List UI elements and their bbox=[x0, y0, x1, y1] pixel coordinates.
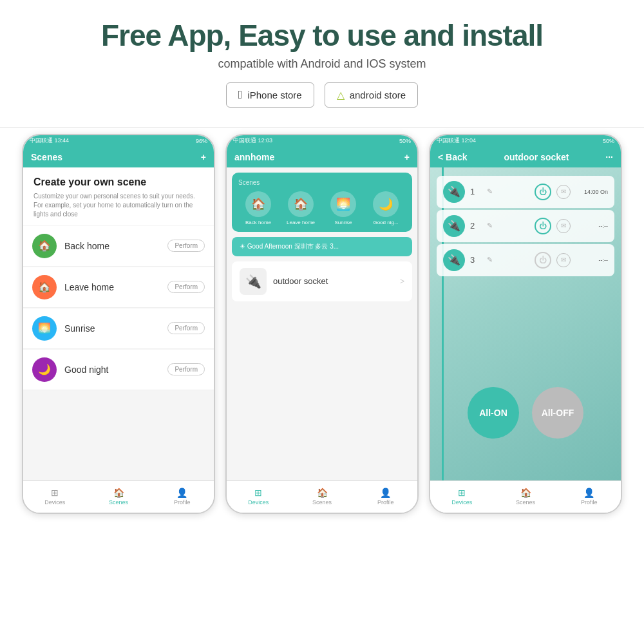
tab-devices-3[interactable]: ⊞ Devices bbox=[430, 481, 494, 513]
home-scenes-label: Scenes bbox=[238, 179, 406, 186]
phone3-nav-title: outdoor socket bbox=[504, 152, 569, 162]
socket-edit-1[interactable]: ✎ bbox=[487, 187, 529, 196]
socket-power-btn-3[interactable]: ⏻ bbox=[535, 252, 551, 269]
socket-plug-icon-2: 🔌 bbox=[443, 215, 465, 237]
iphone-store-button[interactable]:  iPhone store bbox=[226, 82, 314, 108]
home-scene-sunrise[interactable]: 🌅 Sunrise bbox=[323, 191, 363, 225]
all-on-button[interactable]: All-ON bbox=[468, 387, 519, 439]
home-scene-back-home-icon: 🏠 bbox=[245, 191, 271, 217]
devices-icon-3: ⊞ bbox=[458, 488, 466, 498]
phone1-nav-bar: Scenes + bbox=[23, 147, 214, 167]
tab-profile-label-2: Profile bbox=[377, 499, 394, 506]
phone1-body: Create your own scene Customize your own… bbox=[23, 167, 214, 480]
socket-row-1: 🔌 1 ✎ ⏻ ✉ 14:00 On bbox=[437, 176, 614, 208]
phone2-status-right: 50% bbox=[399, 138, 411, 144]
home-scene-back-home[interactable]: 🏠 Back home bbox=[238, 191, 278, 225]
phone1-status-left: 中国联通 13:44 bbox=[30, 137, 69, 145]
socket-timer-3[interactable]: ✉ bbox=[556, 253, 571, 267]
socket-row-2: 🔌 2 ✎ ⏻ ✉ --:-- bbox=[437, 210, 614, 242]
phone-socket: 中国联通 12:04 50% < Back outdoor socket ···… bbox=[429, 134, 622, 514]
back-home-label: Back home bbox=[64, 241, 160, 251]
back-home-perform[interactable]: Perform bbox=[167, 240, 205, 252]
outdoor-socket-device[interactable]: 🔌 outdoor socket > bbox=[232, 261, 412, 301]
home-scene-leave-home-icon: 🏠 bbox=[288, 191, 314, 217]
home-scene-leave-home-label: Leave home bbox=[287, 220, 315, 225]
tab-devices-2[interactable]: ⊞ Devices bbox=[227, 481, 290, 513]
sunrise-perform[interactable]: Perform bbox=[167, 322, 205, 334]
phone2-status-bar: 中国联通 12:03 50% bbox=[227, 135, 417, 147]
tab-devices-1[interactable]: ⊞ Devices bbox=[23, 481, 87, 513]
tab-profile-1[interactable]: 👤 Profile bbox=[150, 481, 214, 513]
socket-edit-2[interactable]: ✎ bbox=[487, 222, 529, 230]
tab-devices-label-2: Devices bbox=[248, 499, 269, 506]
phone3-nav-more[interactable]: ··· bbox=[605, 152, 613, 162]
socket-background: 🔌 1 ✎ ⏻ ✉ 14:00 On 🔌 2 ✎ ⏻ ✉ --:- bbox=[430, 167, 621, 480]
scene-item-good-night[interactable]: 🌙 Good night Perform bbox=[23, 350, 214, 390]
tab-profile-3[interactable]: 👤 Profile bbox=[557, 481, 621, 513]
phone-home: 中国联通 12:03 50% annhome + Scenes 🏠 Back h… bbox=[225, 134, 419, 514]
good-night-icon: 🌙 bbox=[32, 357, 57, 382]
tab-profile-label-3: Profile bbox=[581, 499, 598, 506]
iphone-store-label: iPhone store bbox=[247, 90, 301, 100]
home-scene-leave-home[interactable]: 🏠 Leave home bbox=[281, 191, 321, 225]
phone2-nav-plus[interactable]: + bbox=[404, 152, 410, 162]
phone1-status-bar: 中国联通 13:44 96% bbox=[23, 135, 214, 147]
tab-scenes-label-3: Scenes bbox=[516, 499, 535, 506]
tab-scenes-1[interactable]: 🏠 Scenes bbox=[87, 481, 151, 513]
scene-create-title: Create your own scene bbox=[33, 176, 204, 188]
android-icon: △ bbox=[337, 89, 345, 101]
scenes-icon-2: 🏠 bbox=[317, 488, 328, 498]
socket-plug-icon-3: 🔌 bbox=[443, 249, 465, 271]
android-store-button[interactable]: △ android store bbox=[325, 82, 419, 108]
subtitle: compatible with Android and IOS system bbox=[13, 57, 631, 71]
tab-scenes-2[interactable]: 🏠 Scenes bbox=[290, 481, 354, 513]
home-scene-good-night-label: Good nig... bbox=[373, 220, 398, 225]
scene-item-sunrise[interactable]: 🌅 Sunrise Perform bbox=[23, 308, 214, 349]
socket-timer-1[interactable]: ✉ bbox=[556, 185, 571, 199]
phone3-nav-back[interactable]: < Back bbox=[438, 152, 468, 162]
leave-home-perform[interactable]: Perform bbox=[167, 281, 205, 293]
profile-icon-1: 👤 bbox=[176, 488, 187, 498]
home-scene-back-home-label: Back home bbox=[245, 220, 271, 225]
home-scenes-card: Scenes 🏠 Back home 🏠 Leave home 🌅 Sunris… bbox=[232, 173, 412, 232]
good-night-label: Good night bbox=[64, 365, 160, 375]
phone2-nav-bar: annhome + bbox=[227, 147, 417, 167]
sunrise-label: Sunrise bbox=[64, 323, 160, 334]
phone1-tab-bar: ⊞ Devices 🏠 Scenes 👤 Profile bbox=[23, 480, 214, 513]
socket-power-btn-2[interactable]: ⏻ bbox=[535, 218, 551, 234]
socket-time-3: --:-- bbox=[576, 257, 608, 263]
scene-item-back-home[interactable]: 🏠 Back home Perform bbox=[23, 226, 214, 267]
home-scene-sunrise-icon: 🌅 bbox=[330, 191, 356, 217]
apple-icon:  bbox=[238, 88, 243, 102]
tab-profile-label-1: Profile bbox=[174, 499, 191, 506]
tab-profile-2[interactable]: 👤 Profile bbox=[354, 481, 417, 513]
home-scene-good-night-icon: 🌙 bbox=[373, 191, 399, 217]
scene-item-leave-home[interactable]: 🏠 Leave home Perform bbox=[23, 267, 214, 308]
header-section: Free App, Easy to use and install compat… bbox=[0, 0, 644, 120]
sunrise-icon: 🌅 bbox=[32, 316, 57, 341]
socket-num-3: 3 bbox=[470, 255, 479, 265]
tab-scenes-3[interactable]: 🏠 Scenes bbox=[494, 481, 558, 513]
socket-timer-2[interactable]: ✉ bbox=[556, 219, 571, 233]
phone1-nav-plus[interactable]: + bbox=[201, 152, 206, 162]
scenes-icon-1: 🏠 bbox=[113, 488, 124, 498]
all-off-button[interactable]: All-OFF bbox=[532, 387, 583, 439]
leave-home-label: Leave home bbox=[64, 282, 160, 292]
home-scene-good-night[interactable]: 🌙 Good nig... bbox=[366, 191, 406, 225]
devices-icon-1: ⊞ bbox=[51, 488, 59, 498]
socket-row-3: 🔌 3 ✎ ⏻ ✉ --:-- bbox=[437, 244, 614, 276]
device-arrow: > bbox=[400, 277, 404, 286]
socket-num-1: 1 bbox=[470, 187, 479, 196]
phone1-status-right: 96% bbox=[196, 138, 207, 144]
socket-list: 🔌 1 ✎ ⏻ ✉ 14:00 On 🔌 2 ✎ ⏻ ✉ --:- bbox=[430, 167, 621, 285]
good-night-perform[interactable]: Perform bbox=[167, 363, 205, 375]
socket-edit-3[interactable]: ✎ bbox=[487, 256, 529, 264]
phone3-status-bar: 中国联通 12:04 50% bbox=[430, 135, 621, 147]
socket-time-1: 14:00 On bbox=[576, 189, 608, 195]
tab-scenes-label-2: Scenes bbox=[312, 499, 332, 506]
device-name: outdoor socket bbox=[273, 276, 393, 286]
socket-bottom-buttons: All-ON All-OFF bbox=[430, 381, 621, 445]
profile-icon-2: 👤 bbox=[380, 488, 391, 498]
phone3-tab-bar: ⊞ Devices 🏠 Scenes 👤 Profile bbox=[430, 480, 621, 513]
socket-power-btn-1[interactable]: ⏻ bbox=[535, 184, 551, 200]
